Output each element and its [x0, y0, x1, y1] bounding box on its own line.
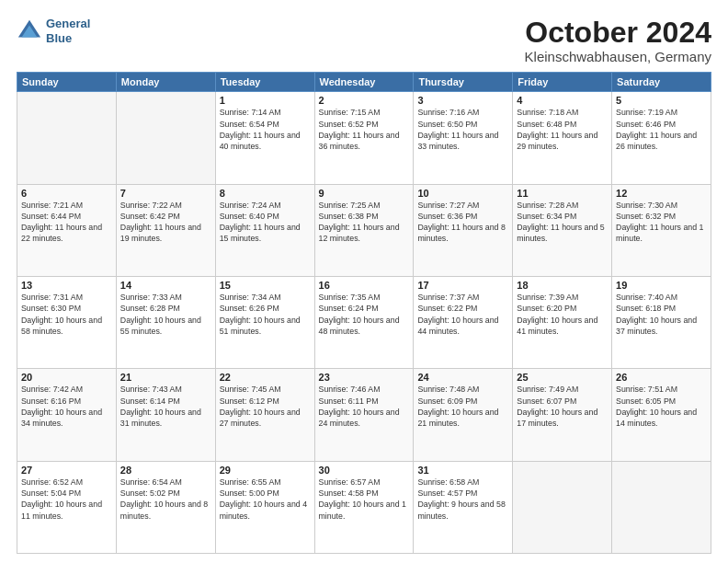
day-cell: 8Sunrise: 7:24 AM Sunset: 6:40 PM Daylig… — [215, 184, 314, 276]
day-info: Sunrise: 6:52 AM Sunset: 5:04 PM Dayligh… — [21, 477, 112, 522]
day-number: 7 — [120, 188, 211, 199]
day-info: Sunrise: 7:24 AM Sunset: 6:40 PM Dayligh… — [220, 200, 311, 245]
day-cell: 26Sunrise: 7:51 AM Sunset: 6:05 PM Dayli… — [612, 369, 711, 461]
day-info: Sunrise: 7:43 AM Sunset: 6:14 PM Dayligh… — [120, 384, 211, 429]
week-row-4: 20Sunrise: 7:42 AM Sunset: 6:16 PM Dayli… — [17, 369, 711, 461]
day-number: 3 — [417, 95, 508, 106]
day-info: Sunrise: 7:33 AM Sunset: 6:28 PM Dayligh… — [120, 292, 211, 337]
day-cell: 21Sunrise: 7:43 AM Sunset: 6:14 PM Dayli… — [116, 369, 215, 461]
day-info: Sunrise: 7:14 AM Sunset: 6:54 PM Dayligh… — [220, 107, 311, 152]
day-info: Sunrise: 7:51 AM Sunset: 6:05 PM Dayligh… — [616, 384, 707, 429]
page: General Blue October 2024 Kleinschwabhau… — [0, 0, 728, 563]
day-number: 12 — [616, 188, 707, 199]
day-number: 4 — [517, 95, 608, 106]
day-info: Sunrise: 7:31 AM Sunset: 6:30 PM Dayligh… — [21, 292, 112, 337]
day-cell: 5Sunrise: 7:19 AM Sunset: 6:46 PM Daylig… — [612, 92, 711, 184]
day-info: Sunrise: 7:35 AM Sunset: 6:24 PM Dayligh… — [319, 292, 410, 337]
day-cell: 14Sunrise: 7:33 AM Sunset: 6:28 PM Dayli… — [116, 276, 215, 368]
month-title: October 2024 — [525, 17, 711, 49]
day-number: 11 — [517, 188, 608, 199]
day-cell: 10Sunrise: 7:27 AM Sunset: 6:36 PM Dayli… — [414, 184, 513, 276]
day-number: 20 — [21, 372, 112, 383]
day-cell — [116, 92, 215, 184]
logo-text: General Blue — [46, 17, 90, 45]
calendar-header-row: SundayMondayTuesdayWednesdayThursdayFrid… — [17, 73, 711, 92]
day-cell — [17, 92, 117, 184]
week-row-3: 13Sunrise: 7:31 AM Sunset: 6:30 PM Dayli… — [17, 276, 711, 368]
week-row-2: 6Sunrise: 7:21 AM Sunset: 6:44 PM Daylig… — [17, 184, 711, 276]
day-number: 8 — [220, 188, 311, 199]
day-cell — [513, 461, 612, 553]
day-number: 15 — [220, 280, 311, 291]
col-header-thursday: Thursday — [414, 73, 513, 92]
day-cell: 15Sunrise: 7:34 AM Sunset: 6:26 PM Dayli… — [215, 276, 314, 368]
day-cell: 7Sunrise: 7:22 AM Sunset: 6:42 PM Daylig… — [116, 184, 215, 276]
day-number: 1 — [220, 95, 311, 106]
logo-icon — [17, 18, 42, 44]
title-block: October 2024 Kleinschwabhausen, Germany — [525, 17, 711, 64]
day-number: 18 — [517, 280, 608, 291]
col-header-tuesday: Tuesday — [215, 73, 314, 92]
day-info: Sunrise: 7:39 AM Sunset: 6:20 PM Dayligh… — [517, 292, 608, 337]
logo-line1: General — [46, 17, 90, 31]
day-cell: 11Sunrise: 7:28 AM Sunset: 6:34 PM Dayli… — [513, 184, 612, 276]
day-number: 28 — [120, 465, 211, 476]
day-number: 21 — [120, 372, 211, 383]
day-number: 25 — [517, 372, 608, 383]
day-cell: 17Sunrise: 7:37 AM Sunset: 6:22 PM Dayli… — [414, 276, 513, 368]
day-info: Sunrise: 7:19 AM Sunset: 6:46 PM Dayligh… — [616, 107, 707, 152]
day-cell: 3Sunrise: 7:16 AM Sunset: 6:50 PM Daylig… — [414, 92, 513, 184]
col-header-saturday: Saturday — [612, 73, 711, 92]
col-header-sunday: Sunday — [17, 73, 117, 92]
day-number: 9 — [319, 188, 410, 199]
day-info: Sunrise: 7:28 AM Sunset: 6:34 PM Dayligh… — [517, 200, 608, 245]
day-cell: 13Sunrise: 7:31 AM Sunset: 6:30 PM Dayli… — [17, 276, 117, 368]
day-info: Sunrise: 7:40 AM Sunset: 6:18 PM Dayligh… — [616, 292, 707, 337]
location-title: Kleinschwabhausen, Germany — [525, 49, 711, 64]
day-info: Sunrise: 7:22 AM Sunset: 6:42 PM Dayligh… — [120, 200, 211, 245]
week-row-5: 27Sunrise: 6:52 AM Sunset: 5:04 PM Dayli… — [17, 461, 711, 553]
day-cell: 30Sunrise: 6:57 AM Sunset: 4:58 PM Dayli… — [314, 461, 414, 553]
day-info: Sunrise: 7:15 AM Sunset: 6:52 PM Dayligh… — [319, 107, 410, 152]
day-cell: 28Sunrise: 6:54 AM Sunset: 5:02 PM Dayli… — [116, 461, 215, 553]
day-cell: 18Sunrise: 7:39 AM Sunset: 6:20 PM Dayli… — [513, 276, 612, 368]
day-info: Sunrise: 6:58 AM Sunset: 4:57 PM Dayligh… — [417, 477, 508, 522]
day-cell: 2Sunrise: 7:15 AM Sunset: 6:52 PM Daylig… — [314, 92, 414, 184]
day-cell: 23Sunrise: 7:46 AM Sunset: 6:11 PM Dayli… — [314, 369, 414, 461]
col-header-friday: Friday — [513, 73, 612, 92]
day-cell — [612, 461, 711, 553]
day-cell: 25Sunrise: 7:49 AM Sunset: 6:07 PM Dayli… — [513, 369, 612, 461]
day-cell: 20Sunrise: 7:42 AM Sunset: 6:16 PM Dayli… — [17, 369, 117, 461]
logo-line2: Blue — [46, 31, 90, 46]
day-cell: 22Sunrise: 7:45 AM Sunset: 6:12 PM Dayli… — [215, 369, 314, 461]
day-cell: 9Sunrise: 7:25 AM Sunset: 6:38 PM Daylig… — [314, 184, 414, 276]
day-info: Sunrise: 7:48 AM Sunset: 6:09 PM Dayligh… — [417, 384, 508, 429]
day-number: 31 — [417, 465, 508, 476]
day-info: Sunrise: 6:54 AM Sunset: 5:02 PM Dayligh… — [120, 477, 211, 522]
day-cell: 24Sunrise: 7:48 AM Sunset: 6:09 PM Dayli… — [414, 369, 513, 461]
day-info: Sunrise: 7:25 AM Sunset: 6:38 PM Dayligh… — [319, 200, 410, 245]
day-info: Sunrise: 7:30 AM Sunset: 6:32 PM Dayligh… — [616, 200, 707, 245]
day-number: 22 — [220, 372, 311, 383]
day-number: 24 — [417, 372, 508, 383]
day-number: 17 — [417, 280, 508, 291]
col-header-wednesday: Wednesday — [314, 73, 414, 92]
day-number: 14 — [120, 280, 211, 291]
day-info: Sunrise: 7:45 AM Sunset: 6:12 PM Dayligh… — [220, 384, 311, 429]
day-cell: 4Sunrise: 7:18 AM Sunset: 6:48 PM Daylig… — [513, 92, 612, 184]
day-number: 27 — [21, 465, 112, 476]
day-cell: 12Sunrise: 7:30 AM Sunset: 6:32 PM Dayli… — [612, 184, 711, 276]
day-number: 26 — [616, 372, 707, 383]
day-number: 29 — [220, 465, 311, 476]
col-header-monday: Monday — [116, 73, 215, 92]
calendar-table: SundayMondayTuesdayWednesdayThursdayFrid… — [17, 72, 711, 554]
day-number: 19 — [616, 280, 707, 291]
day-cell: 16Sunrise: 7:35 AM Sunset: 6:24 PM Dayli… — [314, 276, 414, 368]
day-info: Sunrise: 7:46 AM Sunset: 6:11 PM Dayligh… — [319, 384, 410, 429]
day-info: Sunrise: 6:57 AM Sunset: 4:58 PM Dayligh… — [319, 477, 410, 522]
day-info: Sunrise: 7:42 AM Sunset: 6:16 PM Dayligh… — [21, 384, 112, 429]
day-number: 13 — [21, 280, 112, 291]
day-number: 6 — [21, 188, 112, 199]
day-info: Sunrise: 6:55 AM Sunset: 5:00 PM Dayligh… — [220, 477, 311, 522]
day-cell: 19Sunrise: 7:40 AM Sunset: 6:18 PM Dayli… — [612, 276, 711, 368]
